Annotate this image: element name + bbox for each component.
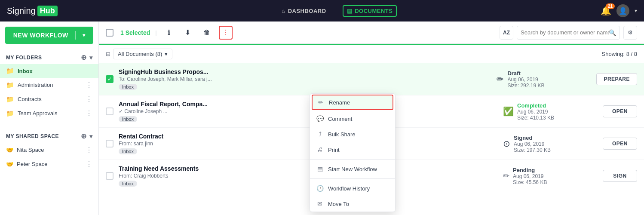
sidebar-item-team-approvals[interactable]: 📁 Team Approvals ⋮ — [0, 106, 98, 120]
my-folders-section: MY FOLDERS ⊕ ▾ — [0, 49, 98, 64]
team-approvals-kebab[interactable]: ⋮ — [86, 109, 92, 117]
doc-status-name-3: Pending — [513, 167, 547, 173]
context-menu-print[interactable]: 🖨 Print — [310, 142, 395, 157]
collapse-shared-icon[interactable]: ▾ — [89, 133, 93, 140]
app-logo[interactable]: Signing Hub — [7, 6, 58, 16]
doc-status-size-3: Size: 45.56 KB — [513, 179, 547, 185]
context-menu-bulk-share[interactable]: ⤴ Bulk Share — [310, 126, 395, 142]
search-area: AZ 🔍 ⚙ — [500, 26, 637, 40]
doc-action-btn-2[interactable]: OPEN — [603, 138, 637, 150]
doc-action-btn-1[interactable]: OPEN — [603, 105, 637, 117]
notification-bell[interactable]: 🔔 21 — [601, 6, 611, 16]
doc-badge-2: Inbox — [119, 148, 137, 154]
doc-badge-0: Inbox — [119, 84, 137, 90]
doc-status-date-3: Aug 06, 2019 — [513, 173, 547, 179]
user-menu-chevron[interactable]: ▾ — [635, 8, 637, 14]
add-shared-space-icon[interactable]: ⊕ — [81, 132, 87, 140]
info-button[interactable]: ℹ — [162, 26, 176, 40]
filter-funnel-icon: ⊟ — [106, 51, 110, 57]
filter-left: ⊟ All Documents (8) ▾ — [106, 49, 172, 59]
add-folder-icon[interactable]: ⊕ — [81, 53, 87, 61]
doc-status-text-1: Completed Aug 06, 2019 Size: 410.13 KB — [517, 102, 554, 121]
doc-status-size-0: Size: 292.19 KB — [507, 83, 544, 89]
doc-title-1: Annual Fiscal Report, Compa... — [119, 101, 498, 108]
peter-space-icon: 🤝 — [6, 161, 13, 168]
nav-dashboard-label: DASHBOARD — [288, 8, 326, 14]
context-menu-comment[interactable]: 💬 Comment — [310, 111, 395, 126]
workflow-history-icon: 🕐 — [316, 185, 324, 192]
doc-status-name-2: Signed — [514, 135, 551, 141]
home-icon: ⌂ — [282, 8, 285, 14]
doc-status-date-2: Aug 06, 2019 — [514, 141, 551, 147]
app-body: NEW WORKFLOW ▾ MY FOLDERS ⊕ ▾ 📁 Inbox 📁 … — [0, 22, 644, 215]
settings-gear-button[interactable]: ⚙ — [623, 26, 637, 40]
filter-bar: ⊟ All Documents (8) ▾ Showing: 8 / 8 — [99, 45, 644, 63]
all-documents-label: All Documents (8) — [118, 51, 162, 57]
contracts-label: Contracts — [18, 96, 42, 102]
sidebar-item-administration[interactable]: 📁 Administration ⋮ — [0, 78, 98, 92]
az-sort-button[interactable]: AZ — [500, 26, 513, 40]
doc-checkbox-3[interactable] — [106, 172, 113, 180]
notification-badge: 21 — [606, 3, 615, 9]
sidebar-item-nita-space[interactable]: 🤝 Nita Space ⋮ — [0, 143, 98, 157]
sidebar-item-contracts[interactable]: 📁 Contracts ⋮ — [0, 92, 98, 106]
table-row[interactable]: ✓ SigningHub Business Propos... To: Caro… — [99, 63, 644, 95]
doc-status-text-0: Draft Aug 06, 2019 Size: 292.19 KB — [507, 70, 544, 89]
showing-count: Showing: 8 / 8 — [602, 51, 637, 57]
nav-documents-label: DOCUMENTS — [355, 8, 393, 14]
nita-space-icon: 🤝 — [6, 147, 13, 154]
sidebar-item-peter-space[interactable]: 🤝 Peter Space ⋮ — [0, 157, 98, 171]
doc-action-btn-3[interactable]: SIGN — [603, 170, 637, 182]
administration-folder-icon: 📁 — [6, 81, 14, 89]
doc-checkbox-2[interactable] — [106, 140, 113, 147]
team-approvals-label: Team Approvals — [18, 110, 58, 117]
all-documents-filter[interactable]: All Documents (8) ▾ — [113, 49, 172, 59]
doc-status-text-2: Signed Aug 06, 2019 Size: 197.30 KB — [514, 135, 551, 153]
contracts-folder-icon: 📁 — [6, 95, 14, 103]
context-menu-move-to[interactable]: ✉ Move To — [310, 196, 395, 212]
toolbar-separator: | — [155, 29, 156, 36]
administration-label: Administration — [18, 82, 53, 88]
new-workflow-button[interactable]: NEW WORKFLOW ▾ — [5, 27, 93, 44]
nav-documents[interactable]: ▤ DOCUMENTS — [343, 5, 397, 17]
sidebar-item-inbox[interactable]: 📁 Inbox — [0, 64, 98, 78]
doc-status-name-1: Completed — [517, 102, 554, 109]
bulk-share-label: Bulk Share — [328, 131, 356, 138]
doc-title-2: Rental Contract — [119, 133, 498, 140]
move-to-label: Move To — [328, 201, 349, 207]
doc-badge-1: Inbox — [119, 116, 137, 122]
nav-dashboard[interactable]: ⌂ DASHBOARD — [278, 5, 329, 17]
delete-button[interactable]: 🗑 — [200, 26, 214, 40]
doc-status-3: ✏ Pending Aug 06, 2019 Size: 45.56 KB — [503, 167, 598, 185]
context-menu-rename[interactable]: ✏ Rename — [312, 95, 393, 110]
user-avatar[interactable]: 👤 — [616, 4, 629, 17]
download-button[interactable]: ⬇ — [181, 26, 195, 40]
peter-space-kebab[interactable]: ⋮ — [86, 160, 92, 168]
search-icon[interactable]: 🔍 — [609, 29, 616, 36]
doc-status-date-1: Aug 06, 2019 — [517, 109, 554, 115]
contracts-kebab[interactable]: ⋮ — [86, 95, 92, 103]
doc-checkbox-1[interactable] — [106, 108, 113, 115]
new-workflow-label: NEW WORKFLOW — [13, 32, 68, 39]
administration-kebab[interactable]: ⋮ — [86, 81, 92, 89]
context-menu-workflow-history[interactable]: 🕐 Workflow History — [310, 181, 395, 196]
az-label: AZ — [503, 30, 510, 36]
doc-action-btn-0[interactable]: PREPARE — [596, 73, 637, 85]
main-content: 1 Selected | ℹ ⬇ 🗑 ⋮ AZ 🔍 ⚙ ⊟ — [99, 22, 644, 215]
inbox-folder-icon: 📁 — [6, 67, 14, 75]
new-workflow-chevron: ▾ — [83, 32, 86, 38]
selected-count: 1 Selected — [120, 29, 150, 36]
select-all-checkbox[interactable] — [106, 29, 113, 37]
more-options-button[interactable]: ⋮ — [219, 26, 233, 40]
document-list: ✓ SigningHub Business Propos... To: Caro… — [99, 63, 644, 215]
nita-space-kebab[interactable]: ⋮ — [86, 146, 92, 154]
doc-sub-2: From: sara jinn — [119, 141, 498, 147]
doc-checkbox-0[interactable]: ✓ — [106, 75, 113, 83]
collapse-folders-icon[interactable]: ▾ — [89, 54, 93, 61]
context-menu-divider-1 — [310, 159, 395, 160]
button-divider — [75, 31, 76, 40]
doc-status-date-0: Aug 06, 2019 — [507, 77, 544, 83]
comment-label: Comment — [328, 116, 352, 122]
context-menu-start-workflow[interactable]: ▤ Start New Workflow — [310, 161, 395, 177]
search-input[interactable] — [521, 29, 609, 36]
